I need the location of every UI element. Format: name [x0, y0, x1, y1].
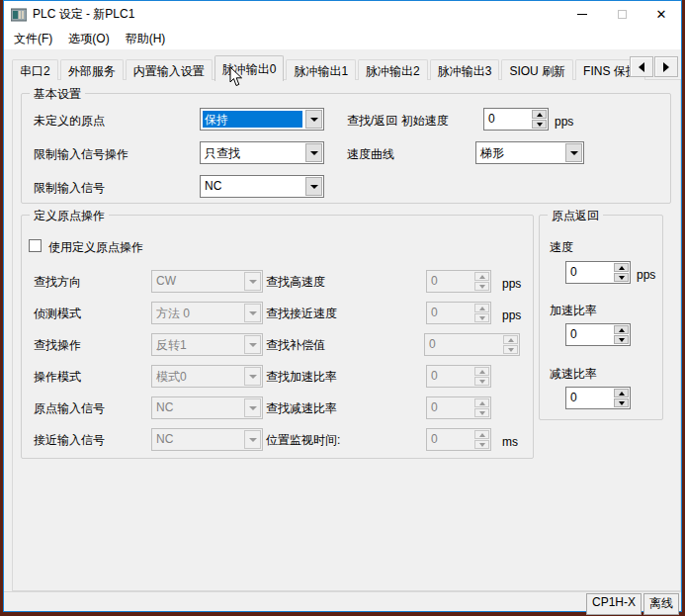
- window-title: PLC 设定 - 新PLC1: [33, 6, 134, 23]
- search-accel-ratio-spinner: 0: [426, 365, 491, 388]
- mouse-cursor-icon: [229, 66, 243, 87]
- speed-curve-label: 速度曲线: [347, 146, 394, 163]
- chevron-down-icon[interactable]: [305, 177, 322, 196]
- spin-up-icon: [508, 338, 514, 342]
- status-bar: CP1H-X 离线: [4, 591, 681, 611]
- spin-up-icon: [479, 401, 485, 405]
- tab-siou-refresh[interactable]: SIOU 刷新: [501, 59, 573, 80]
- detect-mode-dropdown: 方法 0: [151, 302, 263, 324]
- spin-up-icon: [479, 275, 485, 279]
- title-bar: PLC 设定 - 新PLC1 ✕: [4, 1, 681, 28]
- search-direction-label: 查找方向: [34, 274, 81, 291]
- tab-pulse-output-3[interactable]: 脉冲输出3: [430, 59, 500, 80]
- spin-up-button: [474, 367, 489, 376]
- spin-up-icon: [619, 266, 625, 270]
- spin-down-icon: [479, 285, 485, 289]
- spin-up-button[interactable]: [532, 110, 547, 119]
- return-decel-label: 减速比率: [550, 366, 597, 383]
- spin-down-button: [474, 313, 489, 322]
- spin-up-icon: [479, 307, 485, 310]
- spin-up-button[interactable]: [614, 325, 629, 334]
- position-monitor-time-unit: ms: [502, 435, 518, 449]
- chevron-down-icon: [244, 398, 261, 417]
- return-speed-label: 速度: [550, 239, 573, 256]
- use-define-origin-checkbox[interactable]: [29, 239, 42, 252]
- return-accel-label: 加速比率: [550, 303, 597, 319]
- tab-scroll-left-button[interactable]: [630, 56, 653, 77]
- spin-up-icon: [537, 113, 543, 117]
- initial-speed-spinner[interactable]: 0: [483, 108, 549, 131]
- origin-input-signal-label: 原点输入信号: [34, 400, 105, 417]
- return-speed-unit: pps: [637, 268, 655, 282]
- tab-builtin-input[interactable]: 内置输入设置: [126, 59, 213, 80]
- close-button[interactable]: ✕: [642, 1, 681, 28]
- origin-return-group: 原点返回 速度 0 pps 加速比率 0 减速比率 0: [539, 215, 663, 420]
- maximize-icon: [618, 10, 627, 19]
- return-speed-spinner[interactable]: 0: [565, 261, 631, 284]
- limit-input-operation-label: 限制输入信号操作: [34, 146, 128, 163]
- menu-file[interactable]: 文件(F): [6, 28, 60, 50]
- spin-up-button[interactable]: [614, 389, 629, 397]
- tab-pulse-output-0[interactable]: 脉冲输出0: [214, 55, 285, 81]
- spin-up-icon: [479, 370, 485, 374]
- speed-curve-dropdown[interactable]: 梯形: [475, 141, 584, 164]
- search-compensation-spinner: 0: [424, 333, 520, 356]
- chevron-down-icon: [244, 272, 261, 291]
- detect-mode-label: 侦测模式: [34, 306, 81, 322]
- menu-bar: 文件(F) 选项(O) 帮助(H): [4, 28, 681, 49]
- return-decel-spinner[interactable]: 0: [565, 387, 631, 409]
- spin-down-icon: [479, 411, 485, 415]
- maximize-button: [602, 1, 642, 28]
- search-operation-dropdown: 反转1: [151, 333, 263, 356]
- return-accel-spinner[interactable]: 0: [565, 323, 631, 346]
- minimize-icon: [577, 14, 587, 15]
- tab-scroll-right-button[interactable]: [654, 56, 678, 77]
- minimize-button[interactable]: [562, 1, 602, 28]
- initial-speed-unit: pps: [555, 115, 573, 129]
- spin-down-button[interactable]: [532, 120, 547, 129]
- spin-up-button[interactable]: [614, 263, 629, 272]
- spin-down-icon: [537, 123, 543, 127]
- tab-serial-port-2[interactable]: 串口2: [12, 59, 58, 80]
- initial-speed-label: 查找/返回 初始速度: [347, 113, 449, 130]
- spin-down-icon: [619, 401, 625, 405]
- search-approach-speed-unit: pps: [502, 308, 521, 322]
- chevron-down-icon: [244, 367, 261, 386]
- search-approach-speed-spinner: 0: [426, 302, 491, 324]
- chevron-down-icon[interactable]: [305, 110, 322, 129]
- spin-down-button[interactable]: [614, 335, 629, 344]
- menu-help[interactable]: 帮助(H): [118, 28, 174, 50]
- chevron-down-icon: [244, 304, 261, 322]
- plc-settings-window: PLC 设定 - 新PLC1 ✕ 文件(F) 选项(O) 帮助(H) 串口2 外…: [3, 0, 682, 612]
- spin-down-button[interactable]: [614, 398, 629, 407]
- origin-input-signal-dropdown: NC: [151, 396, 263, 419]
- spin-up-button: [474, 272, 489, 281]
- spin-up-button: [474, 430, 489, 439]
- limit-input-signal-dropdown[interactable]: NC: [200, 175, 324, 198]
- origin-return-group-title: 原点返回: [548, 208, 603, 224]
- search-decel-ratio-label: 查找减速比率: [266, 400, 337, 417]
- undefined-origin-dropdown[interactable]: 保持: [200, 108, 324, 131]
- basic-settings-group-title: 基本设置: [30, 86, 85, 103]
- operation-mode-dropdown: 模式0: [151, 365, 263, 388]
- menu-options[interactable]: 选项(O): [60, 28, 117, 50]
- chevron-down-icon[interactable]: [565, 143, 582, 162]
- chevron-down-icon: [244, 430, 261, 449]
- limit-input-signal-label: 限制输入信号: [34, 180, 105, 197]
- spin-down-icon: [619, 276, 625, 280]
- tab-page-pulse-output-0: 基本设置 未定义的原点 保持 限制输入信号操作 只查找 限制输入信号 NC 查找…: [12, 79, 681, 591]
- undefined-origin-label: 未定义的原点: [34, 113, 105, 130]
- plc-type-panel: CP1H-X: [586, 593, 642, 615]
- spin-down-button: [474, 282, 489, 291]
- limit-input-operation-dropdown[interactable]: 只查找: [200, 141, 324, 164]
- chevron-down-icon: [244, 335, 261, 354]
- tab-external-service[interactable]: 外部服务: [60, 59, 124, 80]
- search-direction-dropdown: CW: [151, 270, 263, 293]
- spin-down-button[interactable]: [614, 273, 629, 282]
- search-high-speed-label: 查找高速度: [266, 274, 325, 291]
- chevron-down-icon[interactable]: [305, 143, 322, 162]
- tab-pulse-output-2[interactable]: 脉冲输出2: [358, 59, 428, 80]
- search-decel-ratio-spinner: 0: [426, 396, 491, 419]
- spin-down-icon: [479, 443, 485, 447]
- tab-pulse-output-1[interactable]: 脉冲输出1: [286, 59, 356, 80]
